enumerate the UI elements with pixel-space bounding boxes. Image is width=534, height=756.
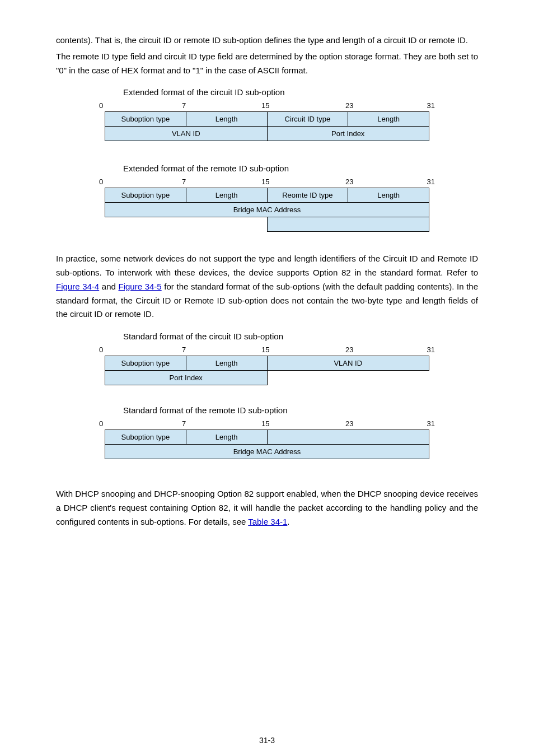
field-cell: Length [186,188,267,203]
figure-caption: Standard format of the remote ID sub-opt… [123,405,478,415]
paragraph: With DHCP snooping and DHCP-snooping Opt… [56,487,478,529]
table-row: Bridge MAC Address [105,203,429,217]
field-cell: VLAN ID [105,127,268,141]
figure-caption: Extended format of the remote ID sub-opt… [123,164,478,173]
figure-link[interactable]: Figure 34-4 [56,282,99,291]
field-cell: Length [348,112,429,127]
field-cell: Bridge MAC Address [105,445,429,459]
field-cell: Suboption type [105,188,186,203]
field-cell [267,430,429,445]
figure-ext-remote-id: Suboption type Length Reomte ID type Len… [105,188,429,232]
ruler-tick: 15 [261,419,269,428]
field-cell: Suboption type [105,430,186,445]
table-row: Port Index [105,371,429,385]
ruler-tick: 15 [261,346,269,354]
field-cell: Length [186,356,267,371]
figure-caption: Standard format of the circuit ID sub-op… [123,332,478,341]
empty-cell [267,371,429,385]
bit-ruler: 0 7 15 23 31 [99,419,435,430]
bit-ruler: 0 7 15 23 31 [99,178,435,188]
text-run: and [99,282,118,291]
table-row [105,217,429,232]
paragraph: In practice, some network devices do not… [56,252,478,321]
table-row: Suboption type Length VLAN ID [105,356,429,371]
field-cell: Length [348,188,429,203]
ruler-tick: 0 [99,419,103,428]
ruler-tick: 15 [261,178,269,186]
figure-std-circuit-id: Suboption type Length VLAN ID Port Index [105,356,429,385]
ruler-tick: 15 [261,101,269,110]
figure-ext-circuit-id: Suboption type Length Circuit ID type Le… [105,111,429,141]
ruler-tick: 23 [345,419,353,428]
table-row: Bridge MAC Address [105,445,429,459]
figure-caption: Extended format of the circuit ID sub-op… [123,87,478,97]
field-cell: Circuit ID type [267,112,348,127]
figure-std-remote-id: Suboption type Length Bridge MAC Address [105,430,429,459]
field-cell: Length [186,430,267,445]
bit-ruler: 0 7 15 23 31 [99,101,435,111]
ruler-tick: 7 [182,419,186,428]
bit-ruler: 0 7 15 23 31 [99,346,435,356]
ruler-tick: 7 [182,101,186,110]
figure-link[interactable]: Figure 34-5 [119,282,162,291]
ruler-tick: 31 [427,346,435,354]
ruler-tick: 23 [345,178,353,186]
empty-cell [105,217,268,232]
ruler-tick: 23 [345,346,353,354]
ruler-tick: 31 [427,178,435,186]
table-row: Suboption type Length [105,430,429,445]
ruler-tick: 7 [182,178,186,186]
field-cell [267,217,429,232]
ruler-tick: 0 [99,101,103,110]
field-cell: Reomte ID type [267,188,348,203]
text-run: . [287,517,289,526]
ruler-tick: 7 [182,346,186,354]
table-link[interactable]: Table 34-1 [248,517,287,526]
ruler-tick: 23 [345,101,353,110]
field-cell: Length [186,112,267,127]
field-cell: Suboption type [105,112,186,127]
field-cell: VLAN ID [267,356,429,371]
field-cell: Port Index [267,127,429,141]
ruler-tick: 31 [427,419,435,428]
text-run: In practice, some network devices do not… [56,254,478,277]
table-row: VLAN ID Port Index [105,127,429,141]
ruler-tick: 31 [427,101,435,110]
table-row: Suboption type Length Reomte ID type Len… [105,188,429,203]
page-number: 31-3 [0,736,534,745]
field-cell: Suboption type [105,356,186,371]
paragraph: contents). That is, the circuit ID or re… [56,34,478,48]
table-row: Suboption type Length Circuit ID type Le… [105,112,429,127]
ruler-tick: 0 [99,346,103,354]
field-cell: Bridge MAC Address [105,203,429,217]
field-cell: Port Index [105,371,268,385]
paragraph: The remote ID type field and circuit ID … [56,50,478,78]
ruler-tick: 0 [99,178,103,186]
